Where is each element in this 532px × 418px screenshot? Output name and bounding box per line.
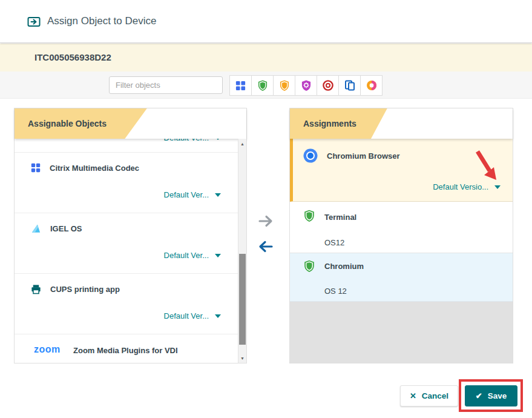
assignments-title: Assignments [303, 108, 356, 139]
dialog-header: Assign Object to Device [0, 0, 532, 43]
citrix-grid-icon [30, 162, 41, 173]
green-shield-icon [257, 79, 269, 91]
scrollbar-thumb[interactable] [239, 254, 246, 345]
assignable-objects-header: Assignable Objects [15, 108, 246, 139]
green-shield-icon [303, 259, 316, 273]
version-dropdown[interactable]: Default Ver... [164, 139, 221, 142]
version-dropdown-label: Default Ver... [164, 139, 209, 142]
igel-os-icon [30, 223, 42, 234]
assignments-list: Chromium Browser Default Versio... Termi… [290, 139, 513, 363]
orange-shield-icon [278, 79, 291, 91]
assignments-panel: Assignments Chromium Browser Default Ver… [289, 108, 513, 363]
assignments-header: Assignments [290, 108, 513, 139]
assignment-item-terminal[interactable]: Terminal OS12 [290, 202, 513, 253]
version-dropdown-label: Default Ver... [164, 311, 209, 320]
version-dropdown-label: Default Versio... [433, 182, 488, 191]
assignment-label: Chromium [324, 262, 364, 271]
cancel-button[interactable]: ✕ Cancel [400, 385, 458, 406]
version-dropdown-label: Default Ver... [164, 190, 209, 199]
template-profile-filter-button[interactable] [295, 75, 317, 96]
checkmark-icon: ✔ [476, 391, 482, 400]
chevron-down-icon [215, 193, 221, 197]
filter-objects-input[interactable] [109, 76, 223, 94]
red-ring-icon [322, 79, 334, 91]
list-item-partial[interactable]: Default Ver... [15, 139, 238, 153]
orange-pink-circle-icon [366, 79, 378, 91]
version-dropdown[interactable]: Default Versio... [433, 182, 501, 191]
version-dropdown[interactable]: Default Ver... [164, 190, 221, 199]
assign-device-icon [27, 15, 41, 29]
printer-icon [30, 284, 42, 295]
assign-object-dialog: Assign Object to Device ITC005056938D22 [0, 0, 532, 418]
list-item-citrix-multimedia-codec[interactable]: Citrix Multimedia Codec Default Ver... [15, 153, 238, 213]
assignment-label: Terminal [324, 213, 356, 222]
arrow-right-icon [258, 214, 275, 228]
list-item-cups-printing-app[interactable]: CUPS printing app Default Ver... [15, 274, 238, 334]
assignment-label: Chromium Browser [327, 151, 400, 161]
master-profile-filter-button[interactable] [273, 75, 295, 96]
item-label: Zoom Media Plugins for VDI [73, 346, 178, 355]
version-dropdown[interactable]: Default Ver... [164, 251, 221, 260]
version-dropdown[interactable]: Default Ver... [164, 311, 221, 320]
assignable-objects-title: Assignable Objects [28, 108, 107, 139]
scroll-up-button[interactable]: ▲ [238, 139, 246, 148]
chromium-browser-icon [303, 148, 318, 164]
item-label: CUPS printing app [50, 285, 120, 294]
dialog-title: Assign Object to Device [47, 15, 156, 27]
purple-shield-gear-icon [300, 79, 312, 91]
blue-files-icon [344, 79, 356, 91]
device-bar: ITC005056938D22 [0, 44, 532, 71]
vertical-scrollbar[interactable]: ▲ ▼ [238, 139, 246, 363]
unassign-left-arrow-button[interactable] [257, 240, 274, 253]
chevron-down-icon [215, 314, 221, 318]
profile-filter-button[interactable] [251, 75, 274, 96]
arrow-left-icon [257, 240, 274, 253]
list-item-igel-os[interactable]: IGEL OS Default Ver... [15, 213, 238, 274]
filter-toolbar [0, 71, 532, 99]
apps-grid-icon [235, 80, 246, 91]
device-id: ITC005056938D22 [34, 52, 111, 62]
files-filter-button[interactable] [338, 75, 361, 96]
assignment-os-label: OS12 [324, 238, 344, 247]
green-shield-icon [303, 209, 316, 222]
save-button[interactable]: ✔ Save [465, 385, 517, 406]
zoom-logo-icon: zoom [34, 344, 61, 355]
assignable-objects-list: Default Ver... Citrix Multimedia Codec D… [15, 139, 238, 363]
save-button-label: Save [488, 391, 507, 400]
chevron-down-icon [215, 139, 221, 140]
version-dropdown-label: Default Ver... [164, 251, 209, 260]
firmware-filter-button[interactable] [317, 75, 339, 96]
chevron-down-icon [494, 185, 501, 189]
chevron-down-icon [215, 254, 221, 257]
close-x-icon: ✕ [410, 391, 416, 400]
apps-filter-button[interactable] [229, 75, 252, 96]
browser-filter-button[interactable] [360, 75, 383, 96]
assign-right-arrow-button[interactable] [258, 214, 275, 228]
item-label: IGEL OS [50, 224, 82, 233]
assignment-os-label: OS 12 [324, 287, 347, 296]
assignment-item-chromium-browser[interactable]: Chromium Browser Default Versio... [290, 139, 513, 202]
item-label: Citrix Multimedia Codec [50, 164, 139, 173]
cancel-button-label: Cancel [422, 391, 448, 400]
assignable-objects-panel: Assignable Objects Default Ver... Citrix… [14, 108, 247, 363]
assignment-item-chromium[interactable]: Chromium OS 12 [290, 253, 513, 302]
list-item-zoom-media-plugins[interactable]: zoom Zoom Media Plugins for VDI [15, 334, 238, 363]
object-type-filter-bar [230, 75, 383, 96]
scroll-down-button[interactable]: ▼ [238, 353, 246, 363]
